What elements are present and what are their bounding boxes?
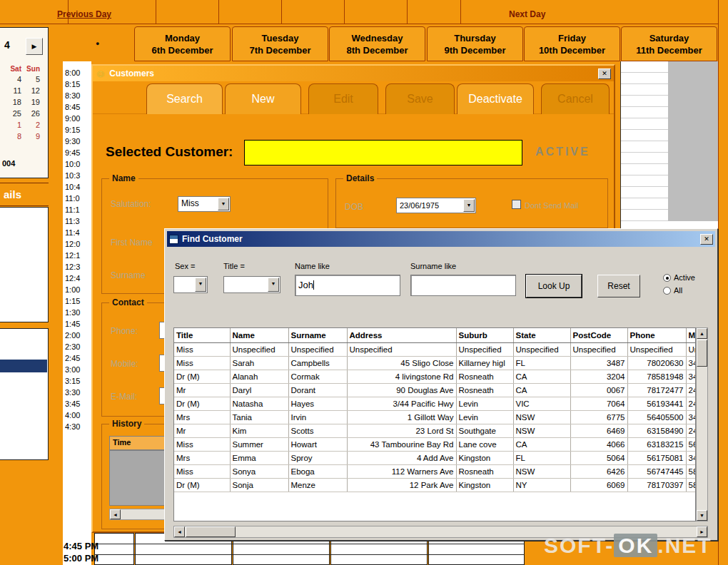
column-header-title[interactable]: Title	[174, 328, 230, 342]
time-slot[interactable]: 11:3	[63, 215, 91, 227]
time-slot[interactable]: 10:3	[63, 170, 91, 181]
name-like-input[interactable]: Joh	[295, 275, 400, 296]
tab-new[interactable]: New	[225, 83, 301, 114]
selected-customer-field[interactable]	[244, 140, 522, 166]
column-header-m[interactable]: M	[686, 328, 696, 342]
tab-deactivate[interactable]: Deactivate	[457, 83, 534, 114]
chevron-down-icon[interactable]: ▼	[195, 278, 206, 292]
day-header-thursday[interactable]: Thursday9th December	[427, 26, 523, 61]
time-slot[interactable]: 11:4	[63, 227, 91, 238]
time-slot[interactable]: 8:15	[63, 78, 91, 90]
day-header-friday[interactable]: Friday10th December	[524, 26, 620, 61]
table-row[interactable]: MrKimScotts23 Lord StSouthgateNSW6469631…	[174, 424, 696, 437]
calendar-day[interactable]: 12	[24, 86, 40, 98]
time-slot[interactable]: 11:1	[63, 204, 91, 215]
calendar-day[interactable]: 19	[24, 98, 40, 109]
find-customer-titlebar[interactable]: Find Customer ✕	[167, 231, 715, 247]
time-slot[interactable]: 2:00	[63, 330, 91, 341]
title-dropdown[interactable]: ▼	[223, 276, 280, 293]
customers-titlebar[interactable]: ☺ Customers ✕	[93, 66, 614, 81]
time-slot[interactable]: 1:15	[63, 295, 91, 307]
table-row[interactable]: MissSonyaEboga112 Warners AveRosneathNSW…	[174, 464, 696, 478]
day-header-tuesday[interactable]: Tuesday7th December	[232, 26, 328, 61]
calendar-day[interactable]: 9	[24, 132, 40, 143]
calendar-day[interactable]: 18	[6, 98, 21, 109]
column-header-name[interactable]: Name	[230, 328, 288, 342]
time-slot[interactable]: 11:0	[63, 193, 91, 204]
table-row[interactable]: MrsEmmaSproy4 Add AveKingstonFL506456175…	[174, 451, 696, 464]
look-up-button[interactable]: Look Up	[526, 275, 582, 297]
calendar-day[interactable]: 1	[6, 121, 21, 132]
time-slot[interactable]: 2:30	[63, 341, 91, 352]
table-row[interactable]: MrsTaniaIrvin1 Gillott WayLevinNSW677556…	[174, 410, 696, 424]
scroll-left-icon[interactable]: ◄	[174, 526, 185, 537]
sex-dropdown[interactable]: ▼	[173, 276, 208, 293]
table-row[interactable]: MissUnspecifiedUnspecifiedUnspecifiedUns…	[174, 342, 696, 356]
table-row[interactable]: Dr (M)NatashaHayes3/44 Pacific HwyLevinV…	[174, 397, 696, 410]
close-icon[interactable]: ✕	[598, 68, 611, 79]
time-slot[interactable]: 10:0	[63, 158, 91, 170]
time-slot[interactable]: 5:00 PM	[64, 553, 98, 564]
column-header-address[interactable]: Address	[347, 328, 456, 342]
dont-send-mail-checkbox[interactable]	[512, 200, 521, 209]
table-row[interactable]: MrDarylDorant90 Douglas AveRosneathCA006…	[174, 383, 696, 397]
time-slot[interactable]: 10:4	[63, 181, 91, 193]
time-slot[interactable]: 3:45	[63, 398, 91, 409]
radio-active[interactable]: Active	[663, 273, 695, 282]
scrollbar-thumb[interactable]	[186, 526, 236, 537]
table-row[interactable]: Dr (M)AlanahCormak4 livingstone RdRosnea…	[174, 370, 696, 383]
time-slot[interactable]: 4:00	[63, 409, 91, 421]
time-slot[interactable]: 9:30	[63, 136, 91, 147]
time-slot[interactable]: 9:45	[63, 147, 91, 158]
column-header-postcode[interactable]: PostCode	[570, 328, 627, 342]
time-slot[interactable]: 4:45 PM	[64, 541, 98, 551]
table-row[interactable]: Dr (M)SonjaMenze12 Park AveKingstonNY606…	[174, 478, 696, 492]
calendar-day[interactable]: 5	[24, 75, 40, 86]
time-slot[interactable]: 3:00	[63, 364, 91, 375]
time-slot[interactable]: 2:45	[63, 352, 91, 364]
radio-all[interactable]: All	[663, 286, 682, 295]
dob-date-picker[interactable]: 23/06/1975 ▼	[396, 198, 476, 213]
time-slot[interactable]: 1:00	[63, 284, 91, 295]
time-slot[interactable]: 8:45	[63, 101, 91, 113]
table-row[interactable]: MissSummerHowart43 Tambourine Bay RdLane…	[174, 437, 696, 451]
time-slot[interactable]: 9:15	[63, 124, 91, 136]
time-slot[interactable]: 12:0	[63, 238, 91, 250]
table-row[interactable]: MissSarahCampbells45 Sligo CloseKillarne…	[174, 356, 696, 370]
calendar-day[interactable]: 26	[24, 109, 40, 121]
column-header-suburb[interactable]: Suburb	[456, 328, 513, 342]
close-icon[interactable]: ✕	[700, 234, 713, 245]
scroll-left-icon[interactable]: ◄	[110, 509, 121, 519]
time-slot[interactable]: 8:00	[63, 67, 91, 78]
vertical-scrollbar[interactable]: ▲ ▼	[696, 327, 708, 521]
time-slot[interactable]: 8:30	[63, 90, 91, 101]
calendar-day[interactable]: 2	[24, 121, 40, 132]
sidebar-selected-item[interactable]	[0, 360, 47, 372]
calendar-next-button[interactable]: ▶	[26, 38, 43, 55]
calendar-day[interactable]: 8	[6, 132, 21, 143]
time-slot[interactable]: 12:4	[63, 273, 91, 284]
calendar-day[interactable]: 11	[6, 86, 21, 98]
scroll-down-icon[interactable]: ▼	[697, 510, 707, 521]
column-header-phone[interactable]: Phone	[627, 328, 686, 342]
time-slot[interactable]: 9:00	[63, 113, 91, 124]
calendar-day[interactable]: 4	[6, 75, 21, 86]
surname-like-input[interactable]	[410, 275, 516, 296]
previous-day-link[interactable]: Previous Day	[57, 9, 111, 19]
calendar-day[interactable]: 25	[6, 109, 21, 121]
column-header-surname[interactable]: Surname	[288, 328, 347, 342]
time-slot[interactable]: 3:15	[63, 375, 91, 387]
time-slot[interactable]: 3:30	[63, 387, 91, 398]
chevron-down-icon[interactable]: ▼	[463, 199, 475, 212]
time-slot[interactable]: 1:45	[63, 318, 91, 330]
salutation-dropdown[interactable]: Miss ▼	[178, 196, 231, 212]
day-header-saturday[interactable]: Saturday11th December	[621, 26, 717, 61]
time-slot[interactable]: 12:1	[63, 250, 91, 261]
time-slot[interactable]: 1:30	[63, 307, 91, 318]
chevron-down-icon[interactable]: ▼	[268, 278, 279, 292]
tab-search[interactable]: Search	[146, 83, 223, 114]
schedule-cell[interactable]	[94, 533, 134, 565]
history-horizontal-scrollbar[interactable]: ◄	[109, 509, 166, 520]
next-day-link[interactable]: Next Day	[509, 9, 545, 19]
column-header-state[interactable]: State	[513, 328, 570, 342]
